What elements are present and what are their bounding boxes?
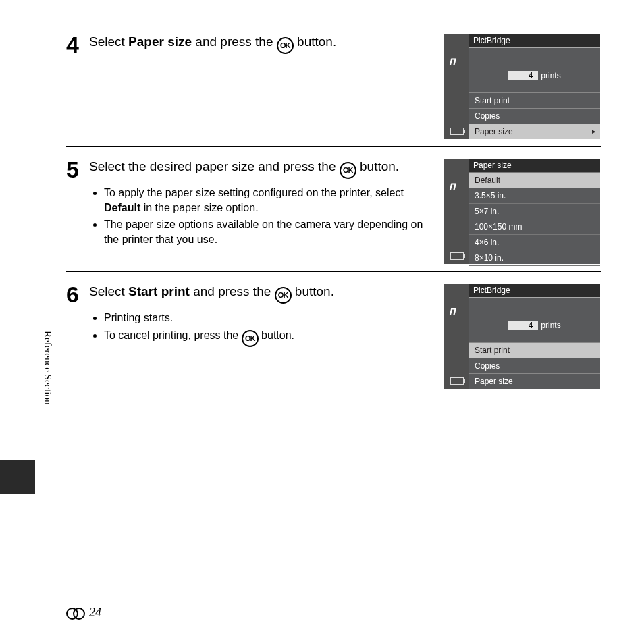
pictbridge-icon: ᴨ — [449, 304, 456, 318]
step-body: Select Start print and press the OK butt… — [89, 283, 443, 350]
notes-list: Printing starts. To cancel printing, pre… — [104, 311, 431, 347]
lcd-left-rail — [444, 284, 469, 389]
chevron-right-icon: ▸ — [592, 127, 596, 136]
menu-item-copies[interactable]: Copies — [469, 358, 600, 373]
print-count: 4 — [508, 71, 538, 80]
text: button. — [294, 34, 336, 49]
print-count-label: prints — [541, 321, 560, 330]
text: in the paper size option. — [140, 202, 258, 213]
menu-item-paper-size[interactable]: Paper size — [469, 373, 600, 389]
prints-line: 4 prints — [469, 71, 600, 80]
text: button. — [356, 159, 399, 173]
text: Select the desired paper size and press … — [89, 159, 340, 173]
print-count-label: prints — [541, 71, 560, 80]
bold-text: Default — [104, 202, 140, 213]
step-5: 5 Select the desired paper size and pres… — [66, 146, 601, 271]
prints-line: 4 prints — [469, 321, 600, 330]
battery-icon — [450, 128, 464, 135]
step-headline: Select the desired paper size and press … — [89, 158, 431, 179]
step-body: Select Paper size and press the OK butto… — [89, 33, 443, 58]
camera-screen-5: ᴨ Paper size Default 3.5×5 in. 5×7 in. 1… — [443, 158, 601, 265]
menu-item-default[interactable]: Default — [469, 172, 600, 188]
page-number: 24 — [66, 606, 101, 620]
notes-list: To apply the paper size setting configur… — [104, 186, 431, 246]
content-column: 4 Select Paper size and press the OK but… — [66, 22, 601, 396]
print-count: 4 — [508, 321, 538, 330]
pictbridge-icon: ᴨ — [449, 179, 456, 193]
list-item: To apply the paper size setting configur… — [104, 186, 431, 215]
lcd-left-rail — [444, 159, 469, 264]
step-4: 4 Select Paper size and press the OK but… — [66, 22, 601, 146]
menu-item-35x5[interactable]: 3.5×5 in. — [469, 188, 600, 203]
pictbridge-icon: ᴨ — [449, 54, 456, 68]
lcd-menu: 4 prints Start print Copies Paper size ▸ — [469, 47, 600, 139]
lcd-title: PictBridge — [469, 284, 600, 298]
lcd-left-rail — [444, 34, 469, 139]
menu-item-start-print[interactable]: Start print — [469, 92, 600, 108]
text: and press the — [190, 284, 275, 298]
step-headline: Select Paper size and press the OK butto… — [89, 33, 431, 54]
ok-icon: OK — [242, 330, 259, 347]
reference-link-icon — [66, 608, 88, 618]
step-headline: Select Start print and press the OK butt… — [89, 283, 431, 304]
step-number: 5 — [66, 158, 89, 181]
step-body: Select the desired paper size and press … — [89, 158, 443, 249]
step-number: 6 — [66, 283, 89, 306]
side-tab — [0, 460, 35, 494]
ok-icon: OK — [340, 162, 356, 179]
list-item: To cancel printing, press the OK button. — [104, 328, 431, 347]
bold-text: Paper size — [128, 34, 192, 49]
menu-item-paper-size[interactable]: Paper size ▸ — [469, 124, 600, 139]
text: button. — [292, 284, 334, 298]
menu-item-letter[interactable]: Letter — [469, 265, 600, 269]
lcd-title: PictBridge — [469, 34, 600, 48]
menu-item-copies[interactable]: Copies — [469, 108, 600, 124]
page-number-value: 24 — [89, 606, 101, 620]
lcd-title: Paper size — [469, 159, 600, 173]
step-number: 4 — [66, 33, 89, 56]
ok-icon: OK — [275, 287, 292, 304]
camera-screen-6: ᴨ PictBridge 4 prints Start print Copies… — [443, 283, 601, 390]
battery-icon — [450, 377, 464, 385]
text: button. — [259, 329, 294, 341]
text: Select — [89, 34, 128, 49]
text: and press the — [192, 34, 277, 49]
bold-text: Start print — [128, 284, 190, 298]
menu-item-5x7[interactable]: 5×7 in. — [469, 203, 600, 219]
text: To apply the paper size setting configur… — [104, 187, 404, 198]
menu-item-start-print[interactable]: Start print — [469, 342, 600, 358]
menu-item-label: Paper size — [475, 127, 513, 136]
list-item: Printing starts. — [104, 311, 431, 325]
menu-item-4x6[interactable]: 4×6 in. — [469, 234, 600, 250]
text: Select — [89, 284, 128, 298]
side-section-label: Reference Section — [42, 331, 53, 405]
camera-screen-4: ᴨ PictBridge 4 prints Start print Copies… — [443, 33, 601, 140]
battery-icon — [450, 252, 464, 260]
menu-item-8x10[interactable]: 8×10 in. — [469, 250, 600, 265]
ok-icon: OK — [277, 37, 294, 54]
list-item: The paper size options available on the … — [104, 217, 431, 246]
step-6: 6 Select Start print and press the OK bu… — [66, 271, 601, 396]
menu-item-100x150[interactable]: 100×150 mm — [469, 219, 600, 234]
lcd-menu: 4 prints Start print Copies Paper size — [469, 297, 600, 389]
text: To cancel printing, press the — [104, 329, 242, 341]
lcd-menu: Default 3.5×5 in. 5×7 in. 100×150 mm 4×6… — [469, 172, 600, 264]
